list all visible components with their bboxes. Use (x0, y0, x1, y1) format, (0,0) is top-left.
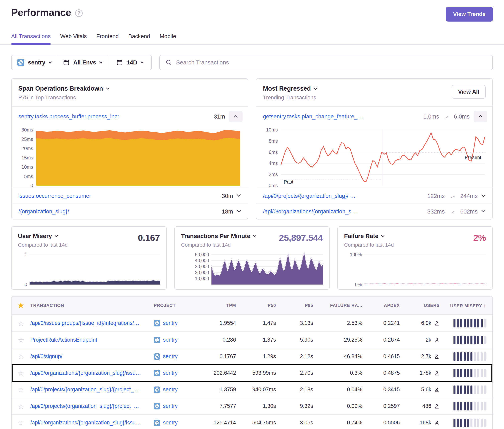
transaction-link[interactable]: ProjectRuleActionsEndpoint (30, 337, 154, 343)
apdex-value: 0.4615 (363, 353, 401, 359)
transaction-link[interactable]: /api/0/projects/{organization_slug}/{pro… (30, 403, 154, 409)
help-icon[interactable]: ? (75, 9, 83, 17)
p50-value: 1.37s (237, 337, 277, 343)
page-filters: sentry All Envs 14D (11, 55, 152, 70)
view-all-button[interactable]: View All (452, 85, 486, 99)
apdex-value: 0.3415 (363, 386, 401, 393)
users-cell: 486 (401, 403, 441, 409)
apdex-value: 0.5506 (363, 420, 401, 426)
project-link[interactable]: sentry (154, 403, 199, 410)
project-selector[interactable]: sentry (12, 55, 57, 70)
failure-rate-value: 0.09% (314, 403, 363, 409)
tpm-sparkline (211, 251, 323, 285)
project-link[interactable]: sentry (154, 420, 199, 426)
tab-bar: All Transactions Web Vitals Frontend Bac… (11, 33, 493, 44)
user-misery-dropdown[interactable]: User Misery (18, 233, 68, 239)
column-header-transaction[interactable]: TRANSACTION (30, 303, 154, 308)
user-misery-bars (453, 369, 486, 377)
user-icon (434, 354, 440, 359)
transaction-link[interactable]: sentry.tasks.process_buffer.process_incr (18, 113, 210, 120)
span-ops-title-dropdown[interactable]: Span Operations Breakdown (18, 85, 241, 92)
p50-value: 1.47s (237, 320, 277, 326)
search-input[interactable] (176, 59, 487, 66)
project-link[interactable]: sentry (154, 337, 199, 343)
starred-filter-icon[interactable]: ★ (12, 302, 30, 309)
star-toggle[interactable]: ☆ (12, 337, 30, 343)
date-range-selector[interactable]: 14D (108, 55, 151, 70)
collapse-button[interactable] (229, 111, 243, 122)
user-misery-cell (441, 419, 492, 427)
most-regressed-title: Most Regressed (263, 85, 311, 92)
transaction-link[interactable]: /api/0/issues|groups/{issue_id}/integrat… (30, 320, 154, 326)
chevron-down-icon (55, 234, 58, 237)
tab-mobile[interactable]: Mobile (160, 33, 176, 44)
expand-chevron-icon[interactable] (237, 208, 241, 212)
star-toggle[interactable]: ☆ (12, 320, 30, 327)
project-link[interactable]: sentry (154, 320, 199, 326)
expand-chevron-icon[interactable] (237, 193, 241, 197)
transaction-link[interactable]: /api/0/organizations/{organization_slug}… (30, 370, 154, 376)
user-misery-cell (441, 385, 492, 394)
star-toggle[interactable]: ☆ (12, 370, 30, 376)
view-trends-button[interactable]: View Trends (446, 7, 493, 22)
table-header-row: ★ TRANSACTION PROJECT TPM P50 P95 FAILUR… (12, 297, 492, 315)
tpm-dropdown[interactable]: Transactions Per Minute (181, 233, 256, 239)
tab-frontend[interactable]: Frontend (96, 33, 119, 44)
project-selector-label: sentry (28, 59, 45, 66)
regression-from: 332ms (427, 208, 445, 215)
column-header-user-misery[interactable]: USER MISERY ↓ (441, 303, 492, 308)
regression-chart: 10ms8ms6ms4ms2ms0ms Past Present (256, 126, 492, 188)
column-header-apdex[interactable]: APDEX (363, 303, 401, 308)
project-link[interactable]: sentry (154, 386, 199, 393)
failure-rate-dropdown[interactable]: Failure Rate (344, 233, 394, 239)
table-row: ☆ /api/0/projects/{organization_slug}/{p… (12, 398, 492, 414)
tab-all-transactions[interactable]: All Transactions (11, 33, 51, 44)
python-project-icon (154, 420, 160, 426)
user-icon (434, 387, 440, 393)
chevron-down-icon (48, 60, 52, 64)
arrow-right-icon: → (448, 207, 457, 216)
span-operations-card: Span Operations Breakdown P75 in Top Tra… (11, 78, 248, 219)
apdex-value: 0.2241 (363, 320, 401, 326)
tab-web-vitals[interactable]: Web Vitals (60, 33, 87, 44)
users-cell: 6.9k (401, 320, 441, 326)
page-header: Performance ? View Trends (11, 0, 493, 22)
environment-selector[interactable]: All Envs (57, 55, 108, 70)
expand-chevron-icon[interactable] (481, 193, 486, 197)
column-header-p50[interactable]: P50 (237, 303, 277, 308)
transaction-link[interactable]: /api/0/organizations/{organization_slug}… (30, 420, 154, 426)
project-link[interactable]: sentry (154, 370, 199, 376)
transaction-link[interactable]: /{organization_slug}/ (18, 208, 217, 215)
project-link[interactable]: sentry (154, 353, 199, 360)
p95-value: 2.18s (277, 386, 314, 393)
expand-chevron-icon[interactable] (481, 208, 486, 212)
column-header-users[interactable]: USERS (401, 303, 441, 308)
transaction-link[interactable]: /api/0/projects/{organization_slug}/{pro… (30, 386, 154, 393)
star-toggle[interactable]: ☆ (12, 386, 30, 393)
project-name: sentry (163, 403, 178, 409)
star-toggle[interactable]: ☆ (12, 403, 30, 410)
tab-backend[interactable]: Backend (128, 33, 150, 44)
table-row: ☆ /api/0/organizations/{organization_slu… (12, 414, 492, 429)
transaction-link[interactable]: /api/0/signup/ (30, 353, 154, 359)
transaction-link[interactable]: /api/0/projects/{organization_slug}/ … (263, 193, 423, 199)
environment-icon (63, 59, 70, 66)
star-toggle[interactable]: ☆ (12, 420, 30, 426)
transaction-link[interactable]: getsentry.tasks.plan_change_feature_ … (263, 113, 419, 120)
column-header-p95[interactable]: P95 (277, 303, 314, 308)
most-regressed-title-dropdown[interactable]: Most Regressed (263, 85, 317, 92)
star-toggle[interactable]: ☆ (12, 353, 30, 360)
failure-rate-title: Failure Rate (344, 233, 378, 239)
column-header-tpm[interactable]: TPM (199, 303, 237, 308)
transaction-link[interactable]: /api/0/organizations/{organization_s … (263, 208, 423, 215)
python-project-icon (17, 59, 24, 66)
user-misery-value: 0.167 (138, 233, 160, 243)
collapse-button[interactable] (474, 111, 487, 122)
stacked-area-chart (36, 130, 240, 185)
failure-rate-sparkline (364, 255, 486, 285)
column-header-failure-rate[interactable]: FAILURE RA... (314, 303, 363, 308)
table-row: ☆ /api/0/issues|groups/{issue_id}/integr… (12, 315, 492, 332)
column-header-project[interactable]: PROJECT (154, 303, 199, 308)
transaction-link[interactable]: issues.occurrence_consumer (18, 193, 217, 199)
tpm-value: 0.1767 (199, 353, 237, 359)
